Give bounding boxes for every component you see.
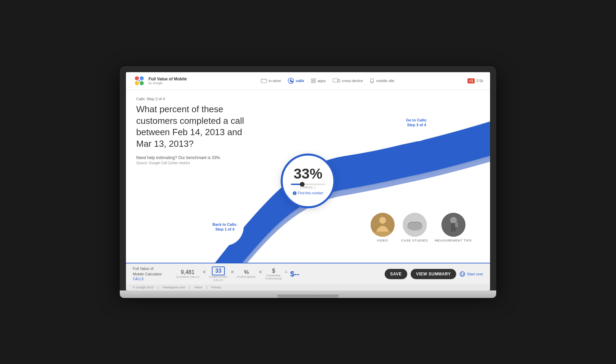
nav-mobilesite-label: mobile site xyxy=(376,79,394,83)
start-over-label: Start over xyxy=(467,272,483,276)
purchases-item: % PURCHASES xyxy=(237,269,256,278)
svg-rect-11 xyxy=(311,81,313,83)
apps-icon xyxy=(311,78,316,83)
completed-calls-label: COMPLETEDCALLS xyxy=(209,275,228,282)
nav-items: in-store calls xyxy=(188,78,467,84)
header: Full Value of Mobile by Google in-store xyxy=(126,72,490,90)
step-label: Calls: Step 2 of 4 xyxy=(136,97,246,101)
slider-thumb xyxy=(300,182,305,186)
avg-purchase-label: AVERAGEPURCHASE xyxy=(265,274,282,280)
nav-item-mobilesite[interactable]: mobile site xyxy=(370,78,394,83)
drag-slider[interactable] xyxy=(291,183,325,185)
avg-purchase-item: $ AVERAGEPURCHASE xyxy=(265,268,282,280)
nav-item-crossdevice[interactable]: cross-device xyxy=(333,78,363,83)
svg-marker-32 xyxy=(463,273,464,274)
completed-calls-item[interactable]: 33 COMPLETEDCALLS xyxy=(209,266,228,282)
resource-measurement[interactable]: MEASUREMENT TIPS xyxy=(435,213,472,242)
completed-calls-value: 33 xyxy=(212,266,225,275)
svg-rect-13 xyxy=(333,79,338,82)
benchmark-text: Need help estimating? Our benchmark is 3… xyxy=(136,155,246,160)
laptop-container: Full Value of Mobile by Google in-store xyxy=(120,66,496,298)
gplus-count: 3.5k xyxy=(476,79,483,83)
separator-2: | xyxy=(189,286,190,289)
svg-rect-29 xyxy=(451,223,456,232)
find-number-text: Find this number xyxy=(298,191,323,195)
video-label: VIDEO xyxy=(377,239,388,242)
nav-bubble-next[interactable]: Go to Calls:Step 3 of 4 xyxy=(398,104,435,141)
svg-point-26 xyxy=(407,222,422,231)
resource-case-studies[interactable]: CASE STUDIES xyxy=(401,213,428,242)
footer-title-line2: Mobile Calculator xyxy=(133,272,170,277)
main-question: What percent of these customers complete… xyxy=(136,104,246,150)
formula-result: $-- xyxy=(290,270,299,278)
screen-bezel: Full Value of Mobile by Google in-store xyxy=(120,66,496,290)
mobilesite-icon xyxy=(370,78,374,83)
svg-point-17 xyxy=(372,82,372,82)
google-plus-area[interactable]: +1 3.5k xyxy=(467,78,483,83)
refresh-icon xyxy=(460,271,465,277)
copyright-text: © Google 2013 xyxy=(133,286,154,289)
nav-bubble-back[interactable]: Back to Calls:Step 1 of 4 xyxy=(206,208,244,246)
purchases-value: % xyxy=(244,269,249,275)
svg-rect-10 xyxy=(314,79,316,80)
svg-point-6 xyxy=(138,80,140,82)
main-content: Calls: Step 2 of 4 What percent of these… xyxy=(126,90,490,263)
measurement-thumbnail xyxy=(441,213,465,237)
clicked-calls-item: 9,481 CLICKED CALLS xyxy=(176,269,200,278)
measurement-label: MEASUREMENT TIPS xyxy=(435,239,472,242)
footer-title-line1: Full Value of xyxy=(133,266,170,271)
multiply-op-2: ✕ xyxy=(230,269,234,275)
svg-rect-12 xyxy=(314,81,316,83)
percentage-value: 33% xyxy=(294,166,322,181)
left-panel: Calls: Step 2 of 4 What percent of these… xyxy=(136,97,246,165)
crossdevice-icon xyxy=(333,78,340,83)
multiply-op-3: ✕ xyxy=(258,269,262,275)
result-item: $-- xyxy=(290,270,299,278)
nav-item-apps[interactable]: apps xyxy=(311,78,326,83)
gplus-button[interactable]: +1 xyxy=(467,78,475,83)
svg-rect-23 xyxy=(374,232,391,237)
logo-icon xyxy=(133,74,146,87)
circle-slider[interactable]: 33% ( DRAG ) ? xyxy=(281,153,335,208)
app-container: Full Value of Mobile by Google in-store xyxy=(126,72,490,290)
measurement-circle xyxy=(441,213,465,237)
clicked-calls-label: CLICKED CALLS xyxy=(176,275,200,278)
nav-item-calls[interactable]: calls xyxy=(288,78,304,84)
video-circle xyxy=(371,213,395,237)
case-studies-thumbnail xyxy=(403,213,427,237)
save-button[interactable]: SAVE xyxy=(385,269,407,279)
instore-icon xyxy=(261,78,267,83)
site-link[interactable]: howtogomo.com xyxy=(163,286,185,289)
footer-formula: 9,481 CLICKED CALLS ✕ 33 COMPLETEDCALLS … xyxy=(176,266,379,282)
laptop-base xyxy=(120,290,496,298)
case-studies-circle xyxy=(403,213,427,237)
footer-title: Full Value of Mobile Calculator CALLS xyxy=(133,266,170,282)
svg-text:?: ? xyxy=(294,192,296,195)
source-text: Source: Google Call Center metrics xyxy=(136,161,246,165)
find-number-link[interactable]: ? Find this number xyxy=(293,191,323,195)
slider-track xyxy=(291,183,325,185)
svg-rect-30 xyxy=(455,222,458,227)
svg-rect-9 xyxy=(311,79,313,80)
separator-1: | xyxy=(158,286,158,289)
resource-video[interactable]: VIDEO xyxy=(371,213,395,242)
nav-item-instore[interactable]: in-store xyxy=(261,78,281,83)
calls-icon xyxy=(288,78,294,84)
nav-bubble-back-text: Back to Calls:Step 1 of 4 xyxy=(213,222,238,232)
copyright-bar: © Google 2013 | howtogomo.com | About | … xyxy=(126,284,490,290)
nav-bubble-next-text: Go to Calls:Step 3 of 4 xyxy=(406,118,427,128)
screen: Full Value of Mobile by Google in-store xyxy=(126,72,490,290)
question-icon: ? xyxy=(293,191,297,195)
start-over-button[interactable]: Start over xyxy=(460,271,483,277)
video-thumbnail xyxy=(371,213,395,237)
footer-calls-link[interactable]: CALLS xyxy=(133,277,170,282)
about-link[interactable]: About xyxy=(194,286,202,289)
nav-apps-label: apps xyxy=(318,79,326,83)
svg-rect-14 xyxy=(338,79,340,82)
svg-point-22 xyxy=(379,217,386,224)
clicked-calls-value: 9,481 xyxy=(181,269,194,275)
nav-crossdevice-label: cross-device xyxy=(342,79,363,83)
view-summary-button[interactable]: VIEW SUMMARY xyxy=(411,269,457,279)
equals-op: = xyxy=(285,269,287,275)
privacy-link[interactable]: Privacy xyxy=(211,286,221,289)
